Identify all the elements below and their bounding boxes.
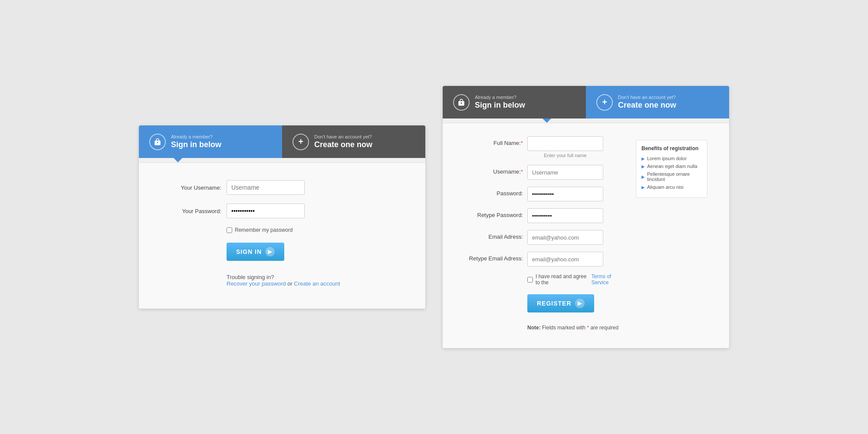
arrow-indicator-right bbox=[443, 118, 729, 123]
plus-icon-left: + bbox=[298, 137, 303, 147]
reg-username-label: Username:* bbox=[464, 165, 523, 175]
password-row: Your Password: bbox=[165, 204, 399, 218]
benefits-list: ▶Lorem ipsum dolor ▶Aenean eget diam nul… bbox=[641, 156, 702, 190]
note-star: * bbox=[587, 325, 589, 331]
signin-button[interactable]: SIGN IN ▶ bbox=[227, 243, 284, 261]
register-label-left: Create one now bbox=[314, 140, 372, 150]
benefit-arrow-icon: ▶ bbox=[641, 185, 645, 190]
tab-signin-left[interactable]: Already a member? Sign in below bbox=[139, 125, 282, 158]
arrow-indicator-left bbox=[139, 158, 425, 163]
fullname-input-wrap: Enter your full name bbox=[527, 136, 603, 158]
register-subtitle-left: Don't have an account yet? bbox=[314, 134, 372, 139]
signin-label-left: Sign in below bbox=[171, 140, 221, 150]
plus-icon-circle-right: + bbox=[596, 94, 613, 111]
reg-password-input[interactable] bbox=[527, 187, 603, 201]
username-label: Your Username: bbox=[165, 184, 221, 191]
email-input[interactable] bbox=[527, 230, 603, 245]
lock-icon-right bbox=[457, 99, 465, 106]
benefit-arrow-icon: ▶ bbox=[641, 156, 645, 161]
benefits-title: Benefits of registration bbox=[641, 145, 702, 151]
signin-panel-header: Already a member? Sign in below + Don't … bbox=[139, 125, 425, 158]
note-row: Note: Fields marked with * are required bbox=[527, 325, 623, 331]
reg-username-row: Username:* bbox=[464, 165, 623, 180]
remember-checkbox[interactable] bbox=[227, 227, 232, 233]
fullname-row: Full Name:* Enter your full name bbox=[464, 136, 623, 158]
signin-button-label: SIGN IN bbox=[236, 248, 262, 255]
username-input[interactable] bbox=[227, 180, 305, 195]
lock-icon-circle bbox=[149, 134, 166, 150]
remember-label: Remember my password bbox=[235, 227, 293, 233]
register-label-right: Create one now bbox=[618, 100, 676, 110]
signin-panel: Already a member? Sign in below + Don't … bbox=[139, 125, 425, 309]
recover-password-link[interactable]: Recover your password bbox=[227, 280, 286, 287]
lock-icon bbox=[154, 138, 161, 146]
email-label: Email Adress: bbox=[464, 230, 523, 240]
arrow-down-right bbox=[542, 118, 551, 123]
signin-subtitle-right: Already a member? bbox=[475, 95, 516, 100]
register-panel: Already a member? Sign in below + Don't … bbox=[443, 86, 729, 348]
note-prefix: Note: bbox=[527, 325, 541, 331]
tab-register-left-text: Don't have an account yet? Create one no… bbox=[314, 134, 372, 150]
email-row: Email Adress: bbox=[464, 230, 623, 245]
register-panel-header: Already a member? Sign in below + Don't … bbox=[443, 86, 729, 118]
fullname-hint: Enter your full name bbox=[527, 153, 603, 158]
retype-email-row: Retype Email Adress: bbox=[464, 252, 623, 266]
tos-checkbox[interactable] bbox=[527, 277, 533, 283]
trouble-row: Trouble signing in? Recover your passwor… bbox=[227, 274, 399, 287]
list-item: ▶Lorem ipsum dolor bbox=[641, 156, 702, 161]
note-suffix: are required bbox=[590, 325, 618, 331]
or-text: or bbox=[287, 280, 294, 287]
benefit-arrow-icon: ▶ bbox=[641, 164, 645, 169]
signin-label-right: Sign in below bbox=[475, 100, 525, 110]
register-arrow-icon: ▶ bbox=[575, 299, 585, 308]
reg-retype-password-input[interactable] bbox=[527, 208, 603, 223]
arrow-down-left bbox=[174, 158, 182, 162]
fullname-input[interactable] bbox=[527, 136, 603, 151]
signin-subtitle-left: Already a member? bbox=[171, 134, 213, 139]
tab-signin-left-text: Already a member? Sign in below bbox=[171, 134, 221, 150]
benefit-arrow-icon: ▶ bbox=[641, 174, 645, 179]
list-item: ▶Aenean eget diam nulla bbox=[641, 164, 702, 169]
list-item: ▶Aliquam arcu nisi bbox=[641, 184, 702, 190]
list-item: ▶Pellentesque ornare tincidunt bbox=[641, 171, 702, 182]
reg-username-input[interactable] bbox=[527, 165, 603, 180]
trouble-text: Trouble signing in? bbox=[227, 274, 274, 280]
retype-email-label: Retype Email Adress: bbox=[464, 252, 523, 262]
tab-signin-right-text: Already a member? Sign in below bbox=[475, 94, 525, 111]
reg-retype-password-label: Retype Password: bbox=[464, 208, 523, 218]
signin-arrow-icon: ▶ bbox=[265, 247, 275, 256]
benefits-box: Benefits of registration ▶Lorem ipsum do… bbox=[636, 140, 707, 198]
tos-link[interactable]: Terms of Service bbox=[591, 273, 623, 286]
tab-register-left[interactable]: + Don't have an account yet? Create one … bbox=[282, 125, 425, 158]
retype-email-input[interactable] bbox=[527, 252, 603, 266]
reg-retype-password-row: Retype Password: bbox=[464, 208, 623, 223]
register-form-section: Full Name:* Enter your full name Usernam… bbox=[464, 136, 623, 331]
tab-register-right-text: Don't have an account yet? Create one no… bbox=[618, 94, 676, 111]
password-input[interactable] bbox=[227, 204, 305, 218]
signin-form-body: Your Username: Your Password: Remember m… bbox=[139, 163, 425, 309]
fullname-label: Full Name:* bbox=[464, 136, 523, 146]
signin-btn-row: SIGN IN ▶ bbox=[227, 243, 399, 261]
create-account-link[interactable]: Create an account bbox=[294, 280, 340, 287]
reg-password-label: Password: bbox=[464, 187, 523, 197]
password-label: Your Password: bbox=[165, 208, 221, 214]
plus-icon-right: + bbox=[602, 97, 607, 107]
lock-icon-circle-right bbox=[453, 94, 470, 111]
register-subtitle-right: Don't have an account yet? bbox=[618, 95, 676, 100]
tos-prefix: I have read and agree to the bbox=[536, 273, 589, 286]
reg-password-row: Password: bbox=[464, 187, 623, 201]
remember-row: Remember my password bbox=[227, 227, 399, 233]
note-text: Fields marked with bbox=[542, 325, 585, 331]
tos-row: I have read and agree to the Terms of Se… bbox=[527, 273, 623, 286]
register-btn-row: REGISTER ▶ bbox=[527, 294, 623, 312]
tab-signin-right[interactable]: Already a member? Sign in below bbox=[443, 86, 586, 118]
username-row: Your Username: bbox=[165, 180, 399, 195]
register-form-body: Full Name:* Enter your full name Usernam… bbox=[443, 123, 729, 348]
register-button-label: REGISTER bbox=[537, 300, 572, 307]
register-button[interactable]: REGISTER ▶ bbox=[527, 294, 594, 312]
plus-icon-circle-left: + bbox=[293, 134, 309, 150]
tab-register-right[interactable]: + Don't have an account yet? Create one … bbox=[586, 86, 729, 118]
